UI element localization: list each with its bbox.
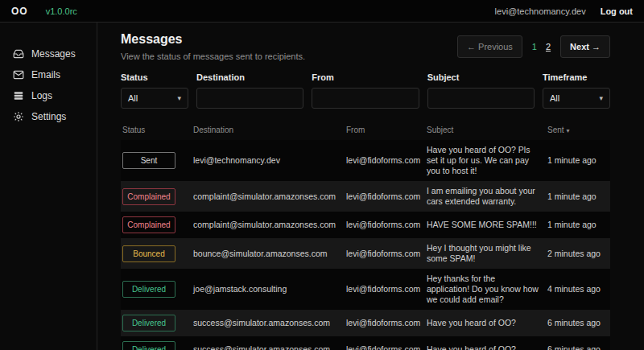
sent-cell: 1 minute ago — [547, 155, 609, 166]
status-badge: Complained — [122, 188, 175, 205]
sent-cell: 1 minute ago — [547, 191, 609, 202]
page-number-1[interactable]: 1 — [532, 42, 537, 51]
sent-cell: 2 minutes ago — [547, 249, 609, 259]
page-subtitle: View the status of messages sent to reci… — [121, 51, 305, 61]
status-badge: Delivered — [122, 281, 175, 298]
from-cell: levi@fidoforms.com — [346, 344, 427, 350]
gear-icon — [13, 111, 24, 122]
sidebar-item-settings[interactable]: Settings — [0, 106, 97, 127]
destination-cell: complaint@simulator.amazonses.com — [193, 191, 346, 202]
subject-cell: I am emailing you about your cars extend… — [427, 186, 547, 207]
table-row[interactable]: Bounced bounce@simulator.amazonses.com l… — [121, 238, 610, 269]
table-row[interactable]: Delivered success@simulator.amazonses.co… — [121, 336, 610, 350]
table-row[interactable]: Complained complaint@simulator.amazonses… — [121, 212, 610, 238]
from-cell: levi@fidoforms.com — [346, 220, 427, 230]
sidebar-item-label: Logs — [31, 90, 52, 101]
column-header-sent[interactable]: Sent▾ — [547, 126, 609, 134]
sidebar-item-label: Settings — [31, 111, 66, 122]
from-cell: levi@fidoforms.com — [346, 249, 427, 259]
destination-filter-input[interactable] — [196, 88, 303, 109]
chevron-down-icon: ▾ — [599, 94, 603, 102]
status-badge: Sent — [122, 152, 175, 169]
sidebar-item-logs[interactable]: Logs — [0, 85, 97, 106]
envelope-icon — [13, 69, 24, 80]
subject-cell: Have you heard of OO? — [427, 318, 547, 328]
chevron-down-icon: ▾ — [177, 94, 181, 102]
status-badge: Delivered — [122, 315, 175, 331]
from-filter-input[interactable] — [312, 88, 419, 109]
logs-icon — [13, 90, 24, 101]
status-badge: Complained — [122, 216, 175, 233]
from-cell: levi@fidoforms.com — [346, 191, 427, 202]
sent-cell: 1 minute ago — [547, 220, 609, 230]
sidebar-item-label: Messages — [31, 48, 76, 60]
column-header-from[interactable]: From — [346, 126, 427, 134]
page-title: Messages — [121, 32, 305, 47]
version-label: v1.0.0rc — [46, 6, 77, 16]
sent-cell: 6 minutes ago — [547, 344, 609, 350]
previous-page-button[interactable]: ← Previous — [457, 35, 522, 58]
timeframe-filter-label: Timeframe — [543, 72, 610, 82]
page-number-2[interactable]: 2 — [546, 42, 551, 51]
column-header-subject[interactable]: Subject — [427, 126, 547, 134]
sent-cell: 4 minutes ago — [547, 284, 609, 294]
from-filter-label: From — [312, 72, 419, 82]
timeframe-filter-select[interactable]: All ▾ — [543, 88, 610, 109]
column-header-destination[interactable]: Destination — [193, 126, 346, 134]
subject-cell: Hey I thought you might like some SPAM! — [427, 243, 547, 264]
table-body: Sent levi@technomancy.dev levi@fidoforms… — [121, 140, 610, 350]
sidebar-item-emails[interactable]: Emails — [0, 64, 97, 85]
app-logo: OO — [11, 6, 28, 17]
subject-cell: HAVE SOME MORE SPAM!!! — [427, 220, 547, 230]
subject-filter-label: Subject — [427, 72, 535, 82]
logout-button[interactable]: Log out — [601, 6, 633, 16]
destination-filter-label: Destination — [196, 72, 303, 82]
status-filter-value: All — [128, 93, 138, 103]
table-row[interactable]: Delivered success@simulator.amazonses.co… — [121, 310, 610, 336]
from-cell: levi@fidoforms.com — [346, 155, 427, 166]
subject-cell: Have you heard of OO? Pls set it up for … — [427, 145, 547, 176]
status-badge: Bounced — [122, 245, 175, 262]
inbox-icon — [13, 48, 24, 60]
filter-bar: Status All ▾ Destination From Subject Ti… — [121, 72, 610, 109]
from-cell: levi@fidoforms.com — [346, 318, 427, 328]
subject-cell: Have you heard of OO? — [427, 344, 547, 350]
table-row[interactable]: Complained complaint@simulator.amazonses… — [121, 181, 610, 212]
sent-cell: 6 minutes ago — [547, 318, 609, 328]
user-email: levi@technomancy.dev — [495, 6, 586, 16]
destination-cell: levi@technomancy.dev — [193, 155, 346, 166]
status-badge: Delivered — [122, 341, 175, 350]
destination-cell: joe@jamstack.consulting — [193, 284, 346, 294]
next-page-button[interactable]: Next → — [560, 35, 610, 58]
table-row[interactable]: Sent levi@technomancy.dev levi@fidoforms… — [121, 140, 610, 181]
destination-cell: success@simulator.amazonses.com — [193, 318, 346, 328]
destination-cell: success@simulator.amazonses.com — [193, 344, 346, 350]
main-content: Messages View the status of messages sen… — [97, 23, 644, 350]
topbar: OO v1.0.0rc levi@technomancy.dev Log out — [0, 0, 644, 23]
sort-indicator-icon: ▾ — [567, 127, 570, 134]
sidebar-item-label: Emails — [31, 69, 60, 80]
from-cell: levi@fidoforms.com — [346, 284, 427, 294]
subject-filter-input[interactable] — [427, 88, 535, 109]
table-row[interactable]: Delivered joe@jamstack.consulting levi@f… — [121, 269, 610, 310]
sidebar: Messages Emails Logs Settings — [0, 23, 97, 350]
column-header-status[interactable]: Status — [122, 126, 193, 134]
sidebar-item-messages[interactable]: Messages — [0, 43, 97, 64]
destination-cell: complaint@simulator.amazonses.com — [193, 220, 346, 230]
subject-cell: Hey thanks for the application! Do you k… — [427, 274, 547, 305]
status-filter-select[interactable]: All ▾ — [121, 88, 188, 109]
pagination: ← Previous 1 2 Next → — [457, 35, 610, 58]
destination-cell: bounce@simulator.amazonses.com — [193, 249, 346, 259]
status-filter-label: Status — [121, 72, 188, 82]
table-header: Status Destination From Subject Sent▾ — [121, 121, 610, 140]
messages-table: Status Destination From Subject Sent▾ Se… — [121, 121, 610, 350]
timeframe-filter-value: All — [550, 93, 559, 103]
